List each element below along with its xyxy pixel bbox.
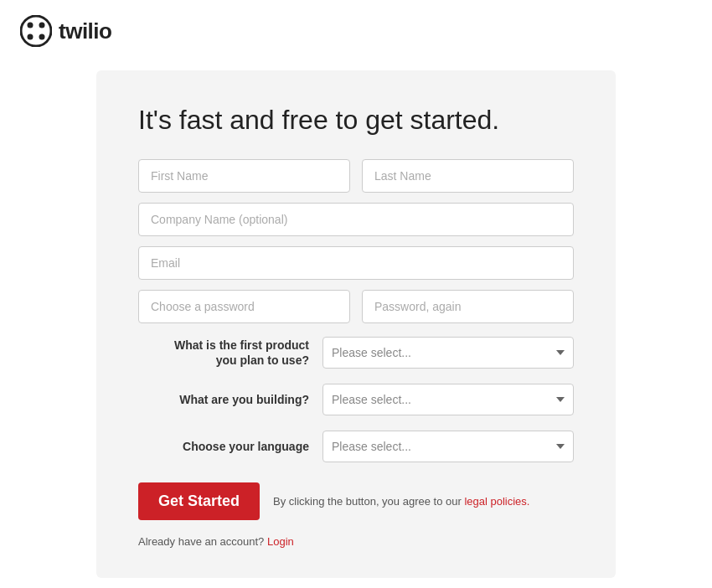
svg-point-0 <box>21 16 51 46</box>
svg-point-3 <box>28 34 34 40</box>
last-name-input[interactable] <box>362 159 574 193</box>
svg-point-4 <box>39 34 45 40</box>
product-dropdown-row: What is the first productyou plan to use… <box>138 333 574 372</box>
language-label: Choose your language <box>138 439 322 454</box>
first-name-group <box>138 159 350 193</box>
password-group <box>138 290 350 323</box>
company-group <box>138 203 574 236</box>
product-select[interactable]: Please select... <box>322 337 574 369</box>
building-label: What are you building? <box>138 392 322 407</box>
twilio-logo-icon <box>20 15 52 47</box>
card-title: It's fast and free to get started. <box>138 104 574 136</box>
password-again-group <box>362 290 574 323</box>
legal-policies-link[interactable]: legal policies. <box>464 495 529 508</box>
language-dropdown-row: Choose your language Please select... <box>138 427 574 466</box>
building-dropdown-row: What are you building? Please select... <box>138 380 574 419</box>
first-name-input[interactable] <box>138 159 350 193</box>
language-select[interactable]: Please select... <box>322 431 574 462</box>
product-label: What is the first productyou plan to use… <box>138 338 322 368</box>
legal-text: By clicking the button, you agree to our… <box>273 495 529 508</box>
password-input[interactable] <box>138 290 350 323</box>
svg-point-2 <box>39 23 45 28</box>
email-group <box>138 246 574 280</box>
logo-text: twilio <box>59 18 111 44</box>
existing-account-row: Already have an account? Login <box>138 535 574 548</box>
login-link[interactable]: Login <box>267 535 294 548</box>
header: twilio <box>0 0 712 62</box>
name-row <box>138 159 574 193</box>
password-row <box>138 290 574 323</box>
signup-card: It's fast and free to get started. <box>96 70 616 578</box>
actions-row: Get Started By clicking the button, you … <box>138 482 574 520</box>
password-again-input[interactable] <box>362 290 574 323</box>
last-name-group <box>362 159 574 193</box>
building-select[interactable]: Please select... <box>322 384 574 415</box>
main-content: It's fast and free to get started. <box>0 62 712 588</box>
company-input[interactable] <box>138 203 574 236</box>
email-input[interactable] <box>138 246 574 280</box>
logo: twilio <box>20 15 111 47</box>
svg-point-1 <box>28 23 34 28</box>
get-started-button[interactable]: Get Started <box>138 482 260 520</box>
